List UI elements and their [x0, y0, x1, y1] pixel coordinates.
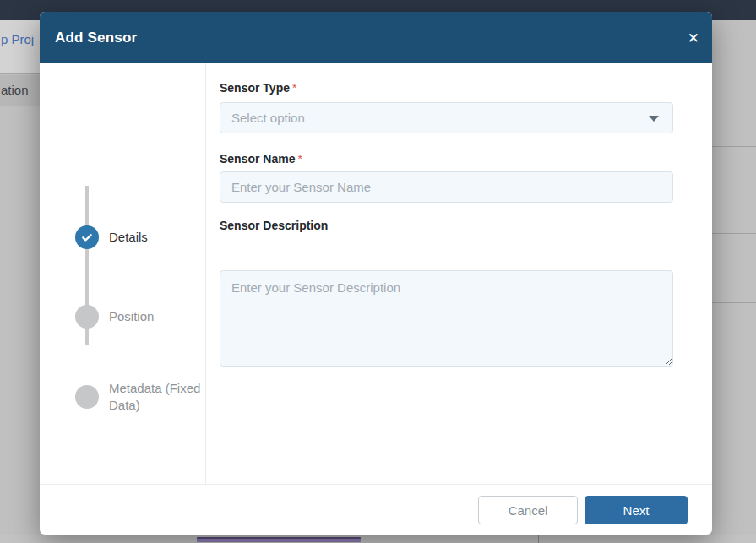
sensor-name-label-text: Sensor Name	[220, 152, 295, 166]
sensor-type-select[interactable]: Select option	[220, 102, 673, 133]
step-position[interactable]: Position	[75, 305, 209, 329]
background-table-rows	[712, 20, 756, 535]
table-row-divider	[712, 146, 756, 147]
modal-body: Details Position Metadata (Fixed Data) S…	[40, 63, 712, 484]
table-row-divider	[712, 233, 756, 234]
sensor-type-label: Sensor Type*	[220, 81, 296, 95]
background-table-scroll-area	[0, 535, 756, 543]
chevron-down-icon	[649, 116, 659, 122]
step-circle-icon	[75, 385, 99, 409]
sensor-type-label-text: Sensor Type	[220, 81, 290, 95]
horizontal-scrollbar-thumb[interactable]	[197, 537, 361, 542]
required-asterisk: *	[292, 81, 296, 95]
step-details[interactable]: Details	[75, 225, 209, 249]
cancel-button[interactable]: Cancel	[478, 496, 578, 524]
sensor-description-label: Sensor Description	[220, 219, 328, 232]
step-circle-icon	[75, 305, 99, 329]
modal-header: Add Sensor ✕	[40, 12, 712, 63]
breadcrumb-link[interactable]: p Proj	[1, 32, 40, 46]
sensor-type-select-value: Select option	[231, 111, 305, 125]
modal-footer: Cancel Next	[40, 484, 712, 535]
next-button[interactable]: Next	[585, 496, 688, 524]
close-icon[interactable]: ✕	[688, 30, 699, 45]
stepper-form-divider	[205, 63, 206, 484]
sensor-name-label: Sensor Name*	[220, 152, 302, 166]
step-metadata-label: Metadata (Fixed Data)	[109, 380, 209, 414]
add-sensor-modal: Add Sensor ✕ Details Position Metadata (…	[40, 12, 712, 535]
table-column-divider	[171, 535, 171, 543]
breadcrumb: p Proj	[0, 20, 40, 74]
step-metadata[interactable]: Metadata (Fixed Data)	[75, 380, 209, 414]
required-asterisk: *	[297, 152, 302, 166]
table-row-divider	[712, 62, 756, 62]
table-column-divider	[538, 535, 539, 543]
background-table-header-row: ation	[0, 75, 40, 106]
background-table-header-label: ation	[1, 83, 29, 97]
check-icon	[75, 225, 99, 249]
sensor-name-input[interactable]	[220, 171, 673, 203]
step-details-label: Details	[109, 229, 209, 246]
sensor-description-textarea[interactable]	[220, 270, 673, 367]
step-position-label: Position	[109, 308, 209, 325]
modal-title: Add Sensor	[40, 30, 137, 46]
table-row-divider	[712, 302, 756, 303]
